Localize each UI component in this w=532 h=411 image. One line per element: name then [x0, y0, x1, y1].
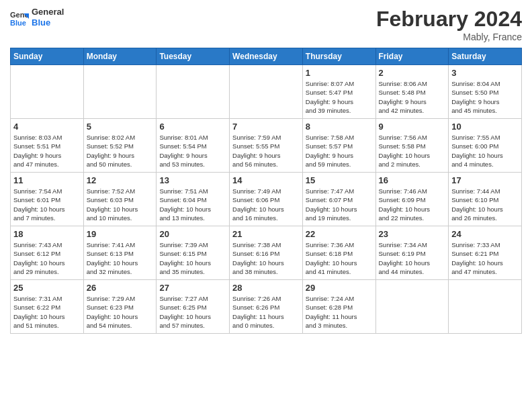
- day-number: 18: [13, 229, 81, 239]
- day-number: 28: [232, 283, 300, 293]
- day-info: Sunrise: 7:59 AM Sunset: 5:55 PM Dayligh…: [232, 133, 300, 169]
- day-info: Sunrise: 7:24 AM Sunset: 6:28 PM Dayligh…: [306, 294, 373, 330]
- day-info: Sunrise: 7:34 AM Sunset: 6:19 PM Dayligh…: [379, 240, 446, 276]
- svg-text:Blue: Blue: [10, 19, 26, 27]
- calendar-cell: [375, 280, 449, 334]
- day-info: Sunrise: 7:52 AM Sunset: 6:03 PM Dayligh…: [87, 187, 154, 222]
- day-info: Sunrise: 7:27 AM Sunset: 6:25 PM Dayligh…: [159, 294, 226, 330]
- calendar-cell: 10Sunrise: 7:55 AM Sunset: 6:00 PM Dayli…: [449, 119, 522, 173]
- calendar-cell: 29Sunrise: 7:24 AM Sunset: 6:28 PM Dayli…: [302, 280, 375, 334]
- day-info: Sunrise: 8:04 AM Sunset: 5:50 PM Dayligh…: [451, 79, 519, 115]
- calendar-cell: 12Sunrise: 7:52 AM Sunset: 6:03 PM Dayli…: [83, 173, 157, 226]
- day-number: 22: [306, 229, 373, 239]
- calendar-cell: [157, 65, 230, 119]
- day-number: 11: [13, 175, 81, 185]
- calendar-cell: 13Sunrise: 7:51 AM Sunset: 6:04 PM Dayli…: [157, 173, 230, 226]
- column-header-saturday: Saturday: [449, 48, 522, 65]
- day-number: 5: [87, 122, 154, 132]
- day-number: 2: [379, 68, 446, 78]
- day-number: 16: [379, 175, 446, 185]
- calendar-cell: 25Sunrise: 7:31 AM Sunset: 6:22 PM Dayli…: [11, 280, 84, 334]
- day-number: 20: [159, 229, 226, 239]
- week-row-5: 25Sunrise: 7:31 AM Sunset: 6:22 PM Dayli…: [11, 280, 522, 334]
- calendar-cell: [83, 65, 157, 119]
- day-number: 19: [87, 229, 154, 239]
- day-info: Sunrise: 8:06 AM Sunset: 5:48 PM Dayligh…: [379, 79, 446, 115]
- day-number: 7: [232, 122, 300, 132]
- title-block: February 2024 Mably, France: [376, 7, 522, 42]
- week-row-4: 18Sunrise: 7:43 AM Sunset: 6:12 PM Dayli…: [11, 226, 522, 280]
- day-number: 3: [451, 68, 519, 78]
- day-info: Sunrise: 7:46 AM Sunset: 6:09 PM Dayligh…: [379, 187, 446, 222]
- calendar-cell: 22Sunrise: 7:36 AM Sunset: 6:18 PM Dayli…: [302, 226, 375, 280]
- logo: General Blue General Blue: [10, 7, 64, 28]
- day-info: Sunrise: 7:31 AM Sunset: 6:22 PM Dayligh…: [13, 294, 81, 330]
- day-number: 23: [379, 229, 446, 239]
- day-info: Sunrise: 7:49 AM Sunset: 6:06 PM Dayligh…: [232, 187, 300, 222]
- day-number: 17: [451, 175, 519, 185]
- day-number: 10: [451, 122, 519, 132]
- day-info: Sunrise: 7:47 AM Sunset: 6:07 PM Dayligh…: [306, 187, 373, 222]
- day-info: Sunrise: 7:29 AM Sunset: 6:23 PM Dayligh…: [87, 294, 154, 330]
- calendar-cell: 23Sunrise: 7:34 AM Sunset: 6:19 PM Dayli…: [375, 226, 449, 280]
- day-number: 29: [306, 283, 373, 293]
- calendar-cell: [230, 65, 303, 119]
- day-number: 27: [159, 283, 226, 293]
- day-number: 9: [379, 122, 446, 132]
- day-number: 24: [451, 229, 519, 239]
- calendar-cell: 14Sunrise: 7:49 AM Sunset: 6:06 PM Dayli…: [230, 173, 303, 226]
- calendar-cell: 15Sunrise: 7:47 AM Sunset: 6:07 PM Dayli…: [302, 173, 375, 226]
- column-header-thursday: Thursday: [302, 48, 375, 65]
- day-info: Sunrise: 8:01 AM Sunset: 5:54 PM Dayligh…: [159, 133, 226, 169]
- calendar-cell: 9Sunrise: 7:56 AM Sunset: 5:58 PM Daylig…: [375, 119, 449, 173]
- calendar-cell: 27Sunrise: 7:27 AM Sunset: 6:25 PM Dayli…: [157, 280, 230, 334]
- day-info: Sunrise: 7:41 AM Sunset: 6:13 PM Dayligh…: [87, 240, 154, 276]
- day-info: Sunrise: 7:55 AM Sunset: 6:00 PM Dayligh…: [451, 133, 519, 169]
- calendar-cell: 4Sunrise: 8:03 AM Sunset: 5:51 PM Daylig…: [11, 119, 84, 173]
- logo-blue: Blue: [32, 17, 64, 28]
- day-number: 8: [306, 122, 373, 132]
- column-header-tuesday: Tuesday: [157, 48, 230, 65]
- calendar-header-row: SundayMondayTuesdayWednesdayThursdayFrid…: [11, 48, 522, 65]
- day-info: Sunrise: 7:54 AM Sunset: 6:01 PM Dayligh…: [13, 187, 81, 222]
- day-info: Sunrise: 7:56 AM Sunset: 5:58 PM Dayligh…: [379, 133, 446, 169]
- calendar-cell: 18Sunrise: 7:43 AM Sunset: 6:12 PM Dayli…: [11, 226, 84, 280]
- calendar-table: SundayMondayTuesdayWednesdayThursdayFrid…: [10, 48, 522, 334]
- calendar-cell: 21Sunrise: 7:38 AM Sunset: 6:16 PM Dayli…: [230, 226, 303, 280]
- day-info: Sunrise: 7:51 AM Sunset: 6:04 PM Dayligh…: [159, 187, 226, 222]
- calendar-cell: 8Sunrise: 7:58 AM Sunset: 5:57 PM Daylig…: [302, 119, 375, 173]
- day-number: 13: [159, 175, 226, 185]
- day-info: Sunrise: 7:33 AM Sunset: 6:21 PM Dayligh…: [451, 240, 519, 276]
- calendar-cell: 1Sunrise: 8:07 AM Sunset: 5:47 PM Daylig…: [302, 65, 375, 119]
- logo-general: General: [32, 7, 64, 17]
- calendar-cell: 11Sunrise: 7:54 AM Sunset: 6:01 PM Dayli…: [11, 173, 84, 226]
- day-number: 26: [87, 283, 154, 293]
- column-header-friday: Friday: [375, 48, 449, 65]
- day-info: Sunrise: 8:02 AM Sunset: 5:52 PM Dayligh…: [87, 133, 154, 169]
- day-number: 1: [306, 68, 373, 78]
- column-header-sunday: Sunday: [11, 48, 84, 65]
- day-number: 6: [159, 122, 226, 132]
- day-info: Sunrise: 8:03 AM Sunset: 5:51 PM Dayligh…: [13, 133, 81, 169]
- calendar-cell: 28Sunrise: 7:26 AM Sunset: 6:26 PM Dayli…: [230, 280, 303, 334]
- location: Mably, France: [376, 32, 522, 42]
- day-info: Sunrise: 7:26 AM Sunset: 6:26 PM Dayligh…: [232, 294, 300, 330]
- calendar-cell: 5Sunrise: 8:02 AM Sunset: 5:52 PM Daylig…: [83, 119, 157, 173]
- calendar-cell: 19Sunrise: 7:41 AM Sunset: 6:13 PM Dayli…: [83, 226, 157, 280]
- day-number: 12: [87, 175, 154, 185]
- calendar-cell: [449, 280, 522, 334]
- logo-icon: General Blue: [10, 8, 29, 27]
- day-number: 25: [13, 283, 81, 293]
- calendar-cell: [11, 65, 84, 119]
- day-info: Sunrise: 7:38 AM Sunset: 6:16 PM Dayligh…: [232, 240, 300, 276]
- day-number: 15: [306, 175, 373, 185]
- calendar-cell: 6Sunrise: 8:01 AM Sunset: 5:54 PM Daylig…: [157, 119, 230, 173]
- calendar-cell: 2Sunrise: 8:06 AM Sunset: 5:48 PM Daylig…: [375, 65, 449, 119]
- week-row-3: 11Sunrise: 7:54 AM Sunset: 6:01 PM Dayli…: [11, 173, 522, 226]
- month-title: February 2024: [376, 7, 522, 32]
- week-row-1: 1Sunrise: 8:07 AM Sunset: 5:47 PM Daylig…: [11, 65, 522, 119]
- column-header-monday: Monday: [83, 48, 157, 65]
- day-number: 21: [232, 229, 300, 239]
- day-info: Sunrise: 7:44 AM Sunset: 6:10 PM Dayligh…: [451, 187, 519, 222]
- calendar-cell: 16Sunrise: 7:46 AM Sunset: 6:09 PM Dayli…: [375, 173, 449, 226]
